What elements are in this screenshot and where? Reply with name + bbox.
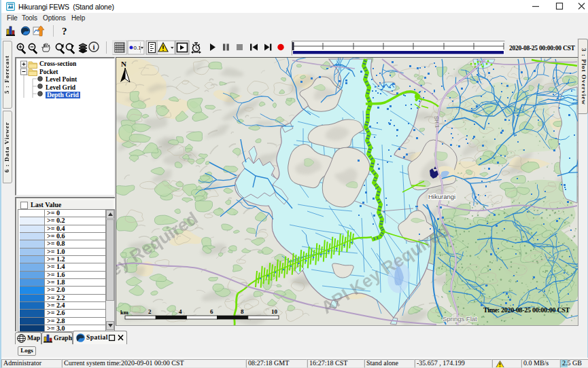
svg-text:6: 6 <box>210 308 213 315</box>
svg-text:i: i <box>92 43 94 51</box>
svg-text:Hikurangi: Hikurangi <box>428 193 455 200</box>
svg-text:2: 2 <box>148 308 152 315</box>
svg-text:km: km <box>120 309 128 316</box>
svg-text:Springs Flat: Springs Flat <box>443 315 477 323</box>
svg-text:8: 8 <box>241 308 244 315</box>
svg-text:10: 10 <box>271 308 278 315</box>
svg-text:N: N <box>121 60 126 68</box>
svg-text:SH 1: SH 1 <box>433 115 440 128</box>
svg-text:4: 4 <box>179 308 182 315</box>
svg-text:Time: 2020-08-25 00:00:00 CST: Time: 2020-08-25 00:00:00 CST <box>483 306 570 314</box>
svg-text:?: ? <box>62 26 67 37</box>
